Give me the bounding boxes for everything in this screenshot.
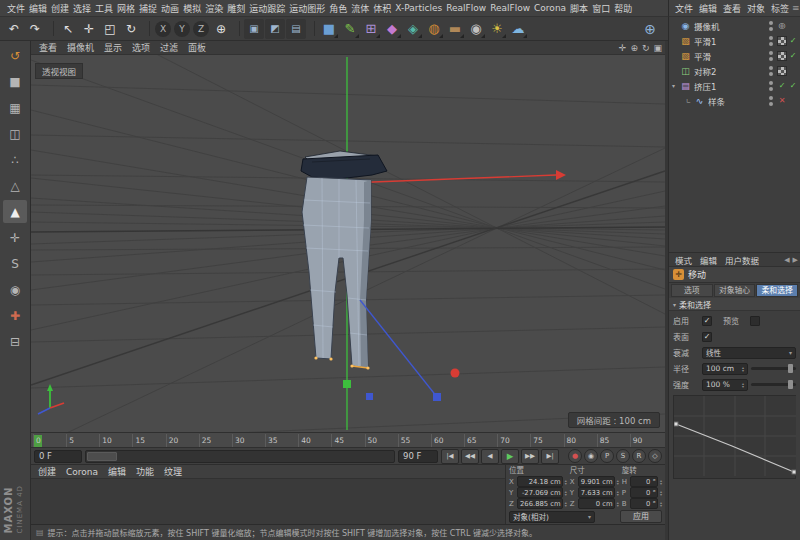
coordinate-field[interactable]: -27.069 cm (517, 487, 563, 498)
om-menu-item[interactable]: 对象 (744, 2, 768, 15)
field-spinner[interactable]: ▴▾ (617, 501, 619, 507)
menu-item[interactable]: 渲染 (203, 2, 225, 15)
expand-icon[interactable]: ∟ (686, 97, 694, 104)
render-settings-icon[interactable]: ◩ (265, 19, 285, 39)
timeline-tick[interactable]: 0 (33, 434, 66, 447)
menu-item[interactable]: 运动跟踪 (247, 2, 287, 15)
field-spinner[interactable]: ▴▾ (742, 366, 744, 372)
soft-selection-group-header[interactable]: ▾ 柔和选择 (669, 298, 800, 311)
strength-field[interactable]: 100 % ▴▾ (702, 379, 748, 391)
zoom-view-icon[interactable]: ⊕ (630, 43, 638, 53)
object-tag-icon[interactable] (777, 81, 787, 91)
field-spinner[interactable]: ▴▾ (565, 479, 567, 485)
toggle-view-icon[interactable]: ▣ (653, 43, 662, 53)
material-menu-item[interactable]: 创建 (33, 465, 61, 478)
render-view-icon[interactable]: ▣ (244, 19, 264, 39)
online-help-globe-icon[interactable]: ⊕ (644, 21, 656, 37)
menu-item[interactable]: 体积 (371, 2, 393, 15)
visibility-dots[interactable] (769, 81, 774, 91)
object-tag-icon[interactable] (777, 51, 787, 61)
menu-item[interactable]: 窗口 (590, 2, 612, 15)
timeline-tick[interactable]: 70 (497, 434, 530, 447)
edges-mode-icon[interactable]: △ (3, 174, 27, 197)
add-camera-icon[interactable]: ◉ (466, 19, 486, 39)
falloff-dropdown[interactable]: 线性 ▾ (702, 347, 796, 359)
menu-item[interactable]: 雕刻 (225, 2, 247, 15)
timeline-range-slider[interactable] (85, 450, 395, 463)
separator[interactable] (145, 21, 150, 36)
radius-slider[interactable] (751, 367, 796, 370)
attribute-tab[interactable]: 柔和选择 (756, 284, 798, 297)
falloff-curve-canvas[interactable] (674, 396, 796, 476)
apply-button[interactable]: 应用 (620, 510, 662, 523)
object-name[interactable]: 挤压1 (694, 80, 769, 92)
menu-item[interactable]: 运动图形 (287, 2, 327, 15)
menu-item[interactable]: 文件 (5, 2, 27, 15)
field-spinner[interactable]: ▴▾ (660, 490, 662, 496)
z-axis-lock-icon[interactable]: Z (193, 21, 209, 37)
viewport-menu-item[interactable]: 选项 (127, 41, 155, 54)
render-queue-icon[interactable]: ▤ (286, 19, 306, 39)
menu-item[interactable]: RealFlow (444, 3, 488, 13)
attribute-menu-item[interactable]: 用户数据 (721, 254, 763, 266)
panel-menu-icon[interactable]: ≡ (792, 3, 800, 13)
visibility-dots[interactable] (769, 66, 774, 76)
enable-checkbox[interactable] (702, 316, 712, 326)
object-tree-row[interactable]: ∟ ∿ 样条 (669, 93, 800, 108)
om-menu-item[interactable]: 标签 (768, 2, 792, 15)
timeline-tick[interactable]: 5 (66, 434, 99, 447)
viewport-solo-icon[interactable]: ◉ (3, 278, 27, 301)
om-menu-item[interactable]: 编辑 (696, 2, 720, 15)
coordinate-field[interactable]: 7.633 cm (578, 487, 615, 498)
object-tag-icon[interactable] (777, 66, 787, 76)
material-menu-item[interactable]: Corona (61, 467, 103, 477)
coordinate-field[interactable]: 0 cm (578, 498, 615, 509)
object-name[interactable]: 平滑 (694, 50, 769, 62)
field-spinner[interactable]: ▴▾ (742, 382, 744, 388)
separator[interactable] (235, 21, 240, 36)
model-mode-icon[interactable]: ■ (3, 70, 27, 93)
field-spinner[interactable]: ▴▾ (617, 479, 619, 485)
menu-item[interactable]: 网格 (115, 2, 137, 15)
rotate-tool-icon[interactable]: ↻ (121, 19, 141, 39)
object-tree-row[interactable]: ◫ 对称2 (669, 63, 800, 78)
redo-icon[interactable]: ↷ (25, 19, 45, 39)
convert-tool-icon[interactable]: ↺ (3, 44, 27, 67)
history-back-icon[interactable]: ◀ (784, 256, 789, 264)
points-mode-icon[interactable]: ∴ (3, 148, 27, 171)
field-spinner[interactable]: ▴▾ (617, 490, 619, 496)
live-selection-icon[interactable]: ↖ (58, 19, 78, 39)
menu-item[interactable]: 动画 (159, 2, 181, 15)
texture-mode-icon[interactable]: ▦ (3, 96, 27, 119)
menu-item[interactable]: RealFlow (488, 3, 532, 13)
timeline-ruler[interactable]: 051015202530354045505560657075808590 (31, 432, 665, 447)
move-tool-icon[interactable]: ✛ (79, 19, 99, 39)
coordinate-field[interactable]: 24.18 cm (517, 476, 563, 487)
viewport-canvas[interactable] (31, 55, 665, 432)
workplane-mode-icon[interactable]: ◫ (3, 122, 27, 145)
menu-item[interactable]: 捕捉 (137, 2, 159, 15)
visibility-dots[interactable] (769, 96, 774, 106)
menu-item[interactable]: Corona (532, 3, 568, 13)
material-menu-item[interactable]: 功能 (131, 465, 159, 478)
soft-selection-icon[interactable]: S (3, 252, 27, 275)
visibility-dots[interactable] (769, 21, 774, 31)
add-deformer-icon[interactable]: ◆ (382, 19, 402, 39)
play-button[interactable]: ▶ (501, 449, 519, 464)
menu-item[interactable]: 创建 (49, 2, 71, 15)
rotate-view-icon[interactable]: ↻ (642, 43, 650, 53)
add-subdivision-icon[interactable]: ⊞ (361, 19, 381, 39)
radius-field[interactable]: 100 cm ▴▾ (702, 363, 748, 375)
object-tree-row[interactable]: ▧ 平滑1 (669, 33, 800, 48)
om-menu-item[interactable]: 文件 (672, 2, 696, 15)
add-light-icon[interactable]: ☀ (487, 19, 507, 39)
prev-frame-button[interactable]: ◀ (481, 449, 499, 464)
viewport-menu-item[interactable]: 显示 (99, 41, 127, 54)
timeline-tick[interactable]: 75 (530, 434, 563, 447)
timeline-tick[interactable]: 45 (331, 434, 364, 447)
menu-item[interactable]: 选择 (71, 2, 93, 15)
material-menu-item[interactable]: 编辑 (103, 465, 131, 478)
timeline-tick[interactable]: 90 (630, 434, 663, 447)
add-floor-icon[interactable]: ▬ (445, 19, 465, 39)
autokey-button[interactable]: ◉ (584, 449, 598, 463)
